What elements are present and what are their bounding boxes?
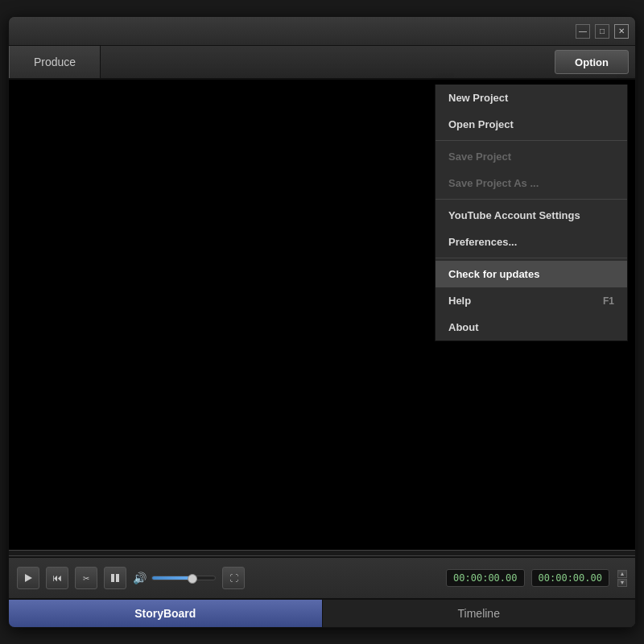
menu-label: About: [448, 321, 479, 333]
volume-thumb[interactable]: [188, 574, 197, 584]
option-button[interactable]: Option New Project Open Project Save Pro…: [555, 50, 629, 74]
tab-timeline-label: Timeline: [458, 607, 500, 620]
volume-fill: [152, 576, 190, 580]
minimize-button[interactable]: —: [576, 24, 590, 39]
menu-separator-3: [436, 258, 627, 258]
title-bar: — □ ✕: [9, 17, 635, 46]
volume-slider[interactable]: [151, 576, 216, 580]
produce-tab[interactable]: Produce: [9, 46, 101, 78]
skip-start-icon: ⏮: [52, 572, 62, 584]
cut-icon: ✂: [83, 574, 89, 583]
menu-item-new-project[interactable]: New Project: [436, 85, 627, 111]
menu-item-save-project: Save Project: [436, 143, 627, 170]
play-icon: [25, 574, 32, 582]
total-time-display: 00:00:00.00: [531, 569, 609, 587]
spinner-down[interactable]: ▼: [617, 579, 627, 587]
menu-item-open-project[interactable]: Open Project: [436, 111, 627, 138]
current-time-display: 00:00:00.00: [446, 569, 524, 587]
menu-shortcut: F1: [603, 295, 614, 307]
menu-item-help[interactable]: Help F1: [436, 287, 627, 314]
split-button[interactable]: [104, 567, 126, 589]
fullscreen-button[interactable]: ⛶: [222, 567, 245, 589]
menu-label: New Project: [448, 92, 508, 104]
menu-label: YouTube Account Settings: [448, 209, 580, 221]
option-dropdown: New Project Open Project Save Project Sa…: [435, 85, 628, 341]
volume-icon: 🔊: [133, 572, 147, 584]
menu-separator-1: [436, 140, 627, 141]
close-button[interactable]: ✕: [614, 24, 629, 39]
menu-item-preferences[interactable]: Preferences...: [436, 229, 627, 255]
fullscreen-icon: ⛶: [229, 573, 238, 583]
menu-item-youtube-settings[interactable]: YouTube Account Settings: [436, 202, 627, 229]
tab-timeline[interactable]: Timeline: [323, 600, 636, 627]
option-label: Option: [575, 56, 609, 68]
spinner-up[interactable]: ▲: [617, 570, 627, 578]
main-toolbar: Produce Option New Project Open Project …: [9, 46, 635, 80]
volume-control: 🔊: [133, 572, 216, 584]
menu-label: Save Project As ...: [448, 177, 539, 189]
menu-label: Preferences...: [448, 236, 517, 248]
menu-label: Save Project: [448, 151, 511, 163]
toolbar-spacer: [101, 46, 548, 78]
play-button[interactable]: [17, 567, 39, 589]
produce-label: Produce: [34, 56, 76, 68]
scrub-bar[interactable]: [9, 550, 635, 556]
split-icon: [111, 574, 119, 582]
bottom-tab-bar: StoryBoard Timeline: [9, 598, 635, 627]
menu-label: Open Project: [448, 118, 514, 130]
menu-label: Check for updates: [448, 268, 539, 280]
cut-button[interactable]: ✂: [75, 567, 97, 589]
menu-item-save-project-as: Save Project As ...: [436, 170, 627, 196]
menu-item-check-updates[interactable]: Check for updates: [436, 261, 627, 287]
time-spinner: ▲ ▼: [617, 570, 627, 587]
title-bar-controls: — □ ✕: [576, 24, 629, 39]
app-window: — □ ✕ Produce Option New Project Open Pr…: [8, 16, 636, 628]
tab-storyboard[interactable]: StoryBoard: [9, 600, 323, 627]
menu-label: Help: [448, 295, 471, 307]
maximize-button[interactable]: □: [595, 24, 609, 39]
menu-separator-2: [436, 199, 627, 200]
tab-storyboard-label: StoryBoard: [134, 607, 196, 620]
menu-item-about[interactable]: About: [436, 314, 627, 341]
transport-bar: ⏮ ✂ 🔊 ⛶ 00:00:00.00 00:00:00.00 ▲ ▼: [9, 556, 635, 598]
skip-to-start-button[interactable]: ⏮: [46, 567, 68, 589]
